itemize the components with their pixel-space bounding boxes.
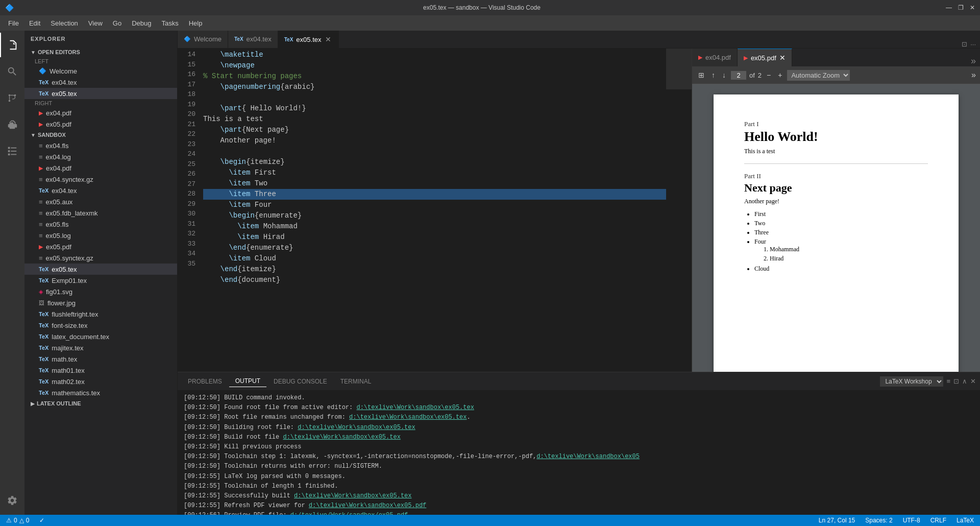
menu-tasks[interactable]: Tasks (157, 18, 182, 28)
sb-mathematicstex[interactable]: TeXmathematics.tex (24, 387, 177, 398)
pdf-tab-ex04[interactable]: ▶ ex04.pdf (692, 49, 738, 66)
status-checkmark[interactable]: ✓ (37, 517, 46, 524)
sb-majitex[interactable]: TeXmajitex.tex (24, 342, 177, 353)
sb-exmp01tex[interactable]: TeXExmp01.tex (24, 275, 177, 286)
sb-ex04log[interactable]: ≡ex04.log (24, 151, 177, 162)
pdf-zoom-select[interactable]: Automatic Zoom 50% 75% 100% 125% 150% (787, 70, 850, 81)
open-file-ex04pdf[interactable]: ▶ ex04.pdf (24, 107, 177, 118)
tab-ex04tex[interactable]: TeX ex04.tex (228, 31, 278, 48)
log-link-6[interactable]: d:\texlive\Work\sandbox\ex05.tex (294, 492, 411, 499)
minimize-button[interactable]: — (946, 4, 952, 11)
maximize-button[interactable]: ❐ (958, 4, 964, 11)
pdf-prev-page[interactable]: ↑ (709, 70, 717, 80)
sb-ex04tex[interactable]: TeXex04.tex (24, 185, 177, 196)
log-link-7[interactable]: d:\texlive\Work\sandbox\ex05.pdf (309, 502, 426, 509)
status-errors[interactable]: ⚠ 0 △ 0 (4, 517, 31, 524)
sb-flowerjpg[interactable]: 🖼flower.jpg (24, 297, 177, 308)
code-editor[interactable]: 1415161718 1920212223 2425262728 2930313… (178, 49, 692, 372)
open-file-welcome[interactable]: 🔷 Welcome (24, 65, 177, 77)
sb-ex04pdf[interactable]: ▶ex04.pdf (24, 162, 177, 174)
menu-debug[interactable]: Debug (128, 18, 155, 28)
pdf-next-page[interactable]: ↓ (720, 70, 728, 80)
build-ok-icon: ✓ (39, 517, 44, 524)
status-spaces[interactable]: Spaces: 2 (863, 517, 894, 524)
panel-tab-problems[interactable]: Problems (182, 376, 228, 387)
sb-math02tex[interactable]: TeXmath02.tex (24, 376, 177, 387)
panel-close-icon[interactable]: ✕ (970, 377, 976, 385)
panel-clear-icon[interactable]: ≡ (946, 377, 950, 385)
activity-extensions[interactable] (0, 112, 24, 137)
sb-ex05aux[interactable]: ≡ex05.aux (24, 196, 177, 207)
panel-split-icon[interactable]: ⊡ (953, 377, 959, 385)
sb-fig01svg[interactable]: ◈fig01.svg (24, 286, 177, 297)
sb-ex05tex[interactable]: TeXex05.tex (24, 264, 177, 275)
sb-ex04fls[interactable]: ≡ex04.fls (24, 140, 177, 151)
activity-source-control[interactable] (0, 86, 24, 110)
log-link-1[interactable]: d:\texlive\Work\sandbox\ex05.tex (356, 404, 474, 411)
pdf-page-content[interactable]: Part I Hello World! This is a test Part … (692, 84, 980, 372)
code-content[interactable]: 1415161718 1920212223 2425262728 2930313… (178, 49, 692, 372)
activity-settings[interactable] (0, 488, 24, 513)
menu-view[interactable]: View (84, 18, 107, 28)
panel-tab-output[interactable]: Output (229, 375, 266, 387)
sb-mathtex[interactable]: TeXmath.tex (24, 353, 177, 365)
open-file-ex05pdf[interactable]: ▶ ex05.pdf (24, 118, 177, 130)
log-link-2[interactable]: d:\texlive\Work\sandbox\ex05.tex (349, 414, 467, 421)
panel-tab-debug[interactable]: Debug Console (267, 376, 333, 387)
status-line-col[interactable]: Ln 27, Col 15 (817, 517, 857, 524)
tab-ex05tex[interactable]: TeX ex05.tex ✕ (278, 31, 339, 48)
sb-ex05pdf[interactable]: ▶ex05.pdf (24, 241, 177, 252)
open-file-ex04tex[interactable]: TeX ex04.tex (24, 77, 177, 88)
status-language[interactable]: LaTeX (954, 517, 976, 524)
sb-ex04synctex[interactable]: ≡ex04.synctex.gz (24, 174, 177, 185)
menu-file[interactable]: File (4, 18, 23, 28)
log-link-4[interactable]: d:\texlive\Work\sandbox\ex05.tex (283, 434, 400, 441)
tab-ex05tex-close[interactable]: ✕ (324, 35, 332, 44)
status-encoding[interactable]: UTF-8 (901, 517, 922, 524)
menu-help[interactable]: Help (185, 18, 207, 28)
panel-collapse-icon[interactable]: ∧ (962, 377, 967, 385)
pdf-tabs-more[interactable]: » (971, 56, 976, 66)
pdf-tab-ex05[interactable]: ▶ ex05.pdf ✕ (738, 49, 792, 66)
section-open-editors[interactable]: ▼ Open Editors (24, 47, 177, 57)
menu-selection[interactable]: Selection (46, 18, 82, 28)
sb-ex05fls[interactable]: ≡ex05.fls (24, 219, 177, 230)
activity-explorer[interactable] (0, 33, 24, 57)
menu-go[interactable]: Go (109, 18, 126, 28)
pdf-sidebar-toggle[interactable]: ⊞ (696, 70, 706, 80)
tex-icon-5: TeX (39, 277, 48, 283)
tab-welcome[interactable]: 🔷 Welcome (178, 31, 228, 48)
split-editor-icon[interactable]: ⊡ (962, 40, 967, 48)
section-latex-outline[interactable]: ▶ LaTeX Outline (24, 398, 177, 409)
pdf-tab-ex04-icon: ▶ (698, 54, 702, 61)
open-file-ex05tex[interactable]: TeX ex05.tex (24, 88, 177, 99)
activity-outline[interactable] (0, 139, 24, 163)
sb-ex05fdb[interactable]: ≡ex05.fdb_latexmk (24, 207, 177, 219)
sb-fontsizetex[interactable]: TeXfont-size.tex (24, 320, 177, 331)
svg-icon: ◈ (39, 289, 43, 295)
window-controls[interactable]: — ❐ ✕ (946, 4, 975, 11)
sb-flushlefttex[interactable]: TeXflushleftright.tex (24, 308, 177, 320)
menu-edit[interactable]: Edit (25, 18, 44, 28)
panel-output-select[interactable]: LaTeX Workshop (880, 376, 943, 387)
pdf-num-2: Hirad (770, 255, 928, 262)
log-link-5[interactable]: d:\texlive\Work\sandbox\ex05 (536, 453, 640, 460)
sb-ex05log[interactable]: ≡ex05.log (24, 230, 177, 241)
sb-fig01svg-label: fig01.svg (46, 288, 72, 296)
status-line-ending[interactable]: CRLF (928, 517, 948, 524)
pdf-zoom-in[interactable]: + (776, 70, 784, 80)
sb-math01tex[interactable]: TeXmath01.tex (24, 365, 177, 376)
more-actions-icon[interactable]: ··· (970, 40, 976, 48)
close-button[interactable]: ✕ (970, 4, 975, 11)
pdf-tab-close[interactable]: ✕ (779, 54, 786, 62)
sb-ex05synctex[interactable]: ≡ex05.synctex.gz (24, 252, 177, 264)
activity-search[interactable] (0, 59, 24, 84)
sb-latexdoctex[interactable]: TeXlatex_document.tex (24, 331, 177, 342)
panel-tab-terminal[interactable]: Terminal (334, 376, 378, 387)
pdf-bullet-1: First (754, 210, 928, 218)
code-lines[interactable]: \maketitle \newpage % Start numbering pa… (201, 49, 666, 372)
section-sandbox[interactable]: ▼ Sandbox (24, 130, 177, 140)
pdf-zoom-out[interactable]: − (765, 70, 773, 80)
log-link-3[interactable]: d:\texlive\Work\sandbox\ex05.tex (298, 424, 415, 431)
pdf-page-input[interactable] (731, 71, 746, 80)
